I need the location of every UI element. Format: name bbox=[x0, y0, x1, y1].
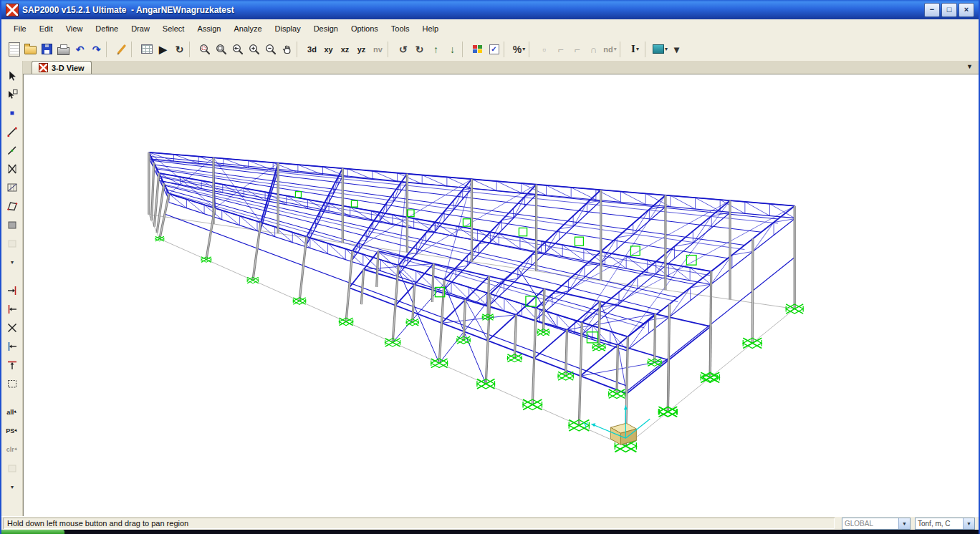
zoom-in-button[interactable] bbox=[246, 41, 262, 57]
edit-pencil-button[interactable] bbox=[113, 41, 130, 57]
coord-system-select[interactable]: GLOBAL ▼ bbox=[842, 518, 911, 530]
frame-section-button[interactable]: I▾ bbox=[627, 41, 643, 57]
select-along-line-button-icon bbox=[6, 284, 19, 297]
move-down-in-list-button[interactable]: ↓ bbox=[444, 41, 461, 57]
reshape-object-button-icon bbox=[6, 88, 19, 101]
menu-help[interactable]: Help bbox=[416, 22, 446, 35]
rubber-band-zoom-button[interactable] bbox=[196, 41, 213, 57]
open-model-button[interactable] bbox=[22, 41, 39, 57]
view-xy-button-icon: xy bbox=[324, 45, 332, 54]
view-yz-button[interactable]: yz bbox=[353, 41, 370, 57]
minimize-button[interactable]: − bbox=[924, 3, 940, 17]
reshape-object-button[interactable] bbox=[4, 86, 21, 103]
toolbar-overflow-button[interactable]: ▾ bbox=[668, 41, 685, 57]
view-xz-button[interactable]: xz bbox=[337, 41, 353, 57]
model-view-canvas[interactable]: Y bbox=[23, 74, 979, 517]
draw-frame-element-button[interactable]: ⌐ bbox=[552, 41, 569, 57]
restore-previous-selection-button[interactable] bbox=[4, 356, 21, 374]
tab-strip-dropdown[interactable]: ▼ bbox=[966, 63, 973, 70]
units-select[interactable]: Tonf, m, C ▼ bbox=[915, 518, 975, 530]
select-crossing-button[interactable] bbox=[4, 319, 21, 336]
run-analysis-button[interactable]: ▶ bbox=[155, 41, 171, 57]
display-color-swatch-button[interactable]: ▾ bbox=[652, 41, 668, 57]
previous-zoom-button[interactable] bbox=[229, 41, 246, 57]
menu-options[interactable]: Options bbox=[345, 22, 385, 35]
toolbar-separator bbox=[620, 42, 625, 57]
draw-more-dropdown-icon: ▾ bbox=[11, 259, 14, 266]
select-pointer-button[interactable] bbox=[4, 67, 21, 84]
tab-3d-view[interactable]: 3-D View bbox=[32, 61, 92, 74]
draw-poly-area-button[interactable] bbox=[4, 198, 21, 215]
save-model-button[interactable] bbox=[39, 41, 55, 57]
display-color-swatch-button-dropdown-icon[interactable]: ▾ bbox=[665, 46, 668, 52]
rotate-view-left-button[interactable]: ↺ bbox=[395, 41, 411, 57]
object-shrink-toggle-button-icon bbox=[473, 45, 482, 53]
draw-more-dropdown[interactable]: ▾ bbox=[4, 253, 21, 271]
print-button[interactable] bbox=[55, 41, 72, 57]
snap-options-button[interactable] bbox=[4, 460, 21, 477]
select-along-line-button[interactable] bbox=[4, 282, 21, 299]
menu-define[interactable]: Define bbox=[89, 22, 125, 35]
view-nv-button[interactable]: nv bbox=[370, 41, 386, 57]
quick-draw-frame-side-button[interactable] bbox=[4, 142, 21, 159]
new-model-button[interactable] bbox=[6, 41, 22, 57]
left-toolbar-more-dropdown[interactable]: ▾ bbox=[4, 478, 21, 495]
draw-frame-element-button-icon: ⌐ bbox=[557, 44, 563, 54]
quick-draw-frame-button[interactable]: ⌐ bbox=[569, 41, 585, 57]
draw-area-button[interactable] bbox=[4, 235, 21, 252]
select-window-button[interactable] bbox=[4, 375, 21, 392]
undo-button[interactable]: ↶ bbox=[72, 41, 88, 57]
title-bar[interactable]: SAP2000 v15.2.1 Ultimate - AngarNEWnagru… bbox=[1, 0, 979, 19]
quick-draw-frame-button-icon: ⌐ bbox=[574, 44, 580, 54]
pan-button[interactable] bbox=[279, 41, 295, 57]
menu-view[interactable]: View bbox=[59, 22, 90, 35]
restore-full-view-button[interactable] bbox=[213, 41, 229, 57]
quick-draw-secondary-beams-button-icon bbox=[6, 181, 19, 194]
view-xy-button[interactable]: xy bbox=[320, 41, 337, 57]
quick-draw-brace-button[interactable]: ∩ bbox=[585, 41, 602, 57]
units-caret-icon[interactable]: ▼ bbox=[963, 518, 974, 529]
menu-file[interactable]: File bbox=[7, 22, 33, 35]
quick-draw-braces-button[interactable] bbox=[4, 160, 21, 178]
draw-frame-side-button-icon bbox=[6, 125, 19, 138]
menu-display[interactable]: Display bbox=[269, 22, 307, 35]
frame-section-button-dropdown-icon[interactable]: ▾ bbox=[636, 46, 639, 52]
menu-analyze[interactable]: Analyze bbox=[227, 22, 268, 35]
quick-draw-secondary-beams-button[interactable] bbox=[4, 179, 21, 196]
rotate-view-right-button[interactable]: ↻ bbox=[411, 41, 428, 57]
menu-draw[interactable]: Draw bbox=[125, 22, 156, 35]
coord-system-caret-icon[interactable]: ▼ bbox=[898, 518, 910, 529]
object-shrink-toggle-button[interactable] bbox=[469, 41, 486, 57]
menu-tools[interactable]: Tools bbox=[385, 22, 416, 35]
draw-frame-side-button[interactable] bbox=[4, 123, 21, 140]
previous-selection-button[interactable]: PS▴ bbox=[4, 422, 21, 440]
menu-select[interactable]: Select bbox=[156, 22, 191, 35]
select-all-button[interactable]: all▴ bbox=[4, 404, 21, 421]
draw-nd-button[interactable]: nd▾ bbox=[602, 41, 618, 57]
menu-edit[interactable]: Edit bbox=[33, 22, 59, 35]
select-intersecting-line-button[interactable] bbox=[4, 301, 21, 318]
toolbar-separator bbox=[189, 42, 194, 57]
close-button[interactable]: × bbox=[959, 3, 974, 17]
refresh-window-button[interactable]: ↻ bbox=[171, 41, 188, 57]
deselect-button[interactable] bbox=[4, 338, 21, 355]
menu-design[interactable]: Design bbox=[307, 22, 345, 35]
left-toolbar-more-dropdown-icon: ▾ bbox=[11, 484, 14, 490]
zoom-out-button[interactable] bbox=[262, 41, 279, 57]
assign-display-percent-button[interactable]: %▾ bbox=[511, 41, 527, 57]
draw-rect-area-button[interactable] bbox=[4, 216, 21, 233]
draw-special-joint-side-button[interactable] bbox=[4, 105, 21, 122]
interactive-database-button[interactable] bbox=[138, 41, 155, 57]
clear-selection-button[interactable]: clr▴ bbox=[4, 441, 21, 458]
maximize-button[interactable]: □ bbox=[941, 3, 957, 17]
assign-display-percent-button-dropdown-icon[interactable]: ▾ bbox=[522, 46, 525, 52]
draw-special-joint-button[interactable]: ▫ bbox=[536, 41, 552, 57]
menu-assign[interactable]: Assign bbox=[191, 22, 227, 35]
move-up-in-list-button[interactable]: ↑ bbox=[428, 41, 444, 57]
redo-button[interactable]: ↷ bbox=[88, 41, 105, 57]
draw-special-joint-button-icon: ▫ bbox=[542, 44, 546, 54]
view-3d-button[interactable]: 3d bbox=[304, 41, 320, 57]
set-display-options-button[interactable]: ✓ bbox=[486, 41, 502, 57]
draw-nd-button-dropdown-icon[interactable]: ▾ bbox=[614, 46, 617, 52]
start-button-sliver[interactable] bbox=[1, 530, 64, 534]
